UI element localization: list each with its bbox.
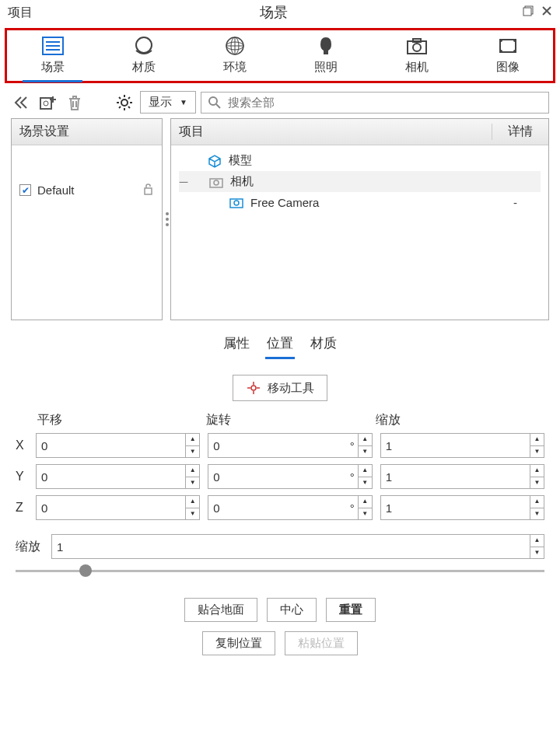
tab-lighting-label: 照明 <box>314 60 338 73</box>
property-subtabs: 属性 位置 材质 <box>0 320 560 364</box>
snap-ground-button[interactable]: 贴合地面 <box>184 598 257 622</box>
svg-line-28 <box>216 104 220 108</box>
display-dropdown-label: 显示 <box>149 95 172 110</box>
tab-material-label: 材质 <box>132 60 156 73</box>
tab-environment-label: 环境 <box>223 60 247 73</box>
scale-x-input[interactable]: 1▲▼ <box>380 433 544 458</box>
tab-lighting[interactable]: 照明 <box>280 32 371 81</box>
translate-header: 平移 <box>37 412 206 428</box>
tree-item-free-camera[interactable]: Free Camera - <box>179 192 541 212</box>
display-dropdown[interactable]: 显示 ▼ <box>140 91 196 114</box>
lighting-icon <box>313 35 339 58</box>
svg-rect-22 <box>40 98 51 109</box>
reset-button[interactable]: 重置 <box>326 598 376 622</box>
collapse-toggle[interactable]: ─ <box>179 175 188 188</box>
tab-camera-label: 相机 <box>405 60 429 73</box>
tab-material[interactable]: 材质 <box>98 32 189 81</box>
rotate-y-input[interactable]: 0°▲▼ <box>208 464 372 489</box>
translate-x-input[interactable]: 0▲▼ <box>36 433 200 458</box>
svg-point-8 <box>136 37 152 53</box>
material-icon <box>131 35 157 58</box>
resize-handle[interactable] <box>166 212 169 226</box>
axis-x-label: X <box>16 438 28 452</box>
scene-settings-panel: 场景设置 ✔ Default <box>11 118 163 320</box>
tree-item-model[interactable]: 模型 <box>179 150 541 171</box>
svg-rect-1 <box>523 8 531 16</box>
tab-environment[interactable]: 环境 <box>189 32 280 81</box>
svg-point-20 <box>499 50 502 53</box>
svg-point-26 <box>121 100 128 106</box>
scene-default-item[interactable]: ✔ Default <box>12 176 162 204</box>
image-icon <box>495 35 521 58</box>
move-tool-button[interactable]: 移动工具 <box>233 375 327 401</box>
svg-point-33 <box>234 201 239 205</box>
slider-thumb[interactable] <box>79 564 92 577</box>
model-icon <box>207 154 222 168</box>
scale-y-input[interactable]: 1▲▼ <box>380 464 544 489</box>
settings-icon[interactable] <box>114 92 135 114</box>
checkbox-icon[interactable]: ✔ <box>19 184 31 196</box>
translate-y-input[interactable]: 0▲▼ <box>36 464 200 489</box>
center-button[interactable]: 中心 <box>267 598 317 622</box>
copy-position-button[interactable]: 复制位置 <box>202 631 275 655</box>
camera-group-icon <box>208 175 224 189</box>
transform-section: 平移 旋转 缩放 X 0▲▼ 0°▲▼ 1▲▼ Y 0▲▼ 0°▲▼ 1▲▼ Z… <box>0 412 560 520</box>
restore-icon[interactable] <box>523 5 534 19</box>
scale-z-input[interactable]: 1▲▼ <box>380 495 544 520</box>
search-input[interactable] <box>228 96 542 109</box>
panel-title: 场景 <box>33 3 515 22</box>
svg-point-16 <box>413 44 421 51</box>
uniform-scale-label: 缩放 <box>16 539 40 555</box>
chevron-down-icon: ▼ <box>180 98 187 107</box>
uniform-scale-input[interactable]: 1▲▼ <box>51 534 544 559</box>
subtab-attributes[interactable]: 属性 <box>222 333 251 359</box>
project-tree-header: 项目 详情 <box>171 119 548 145</box>
svg-point-23 <box>44 101 48 106</box>
paste-position-button: 粘贴位置 <box>285 631 358 655</box>
search-icon <box>208 96 222 110</box>
rotate-x-input[interactable]: 0°▲▼ <box>208 433 372 458</box>
add-scene-icon[interactable] <box>37 92 59 114</box>
environment-icon <box>222 35 248 58</box>
tab-scene-label: 场景 <box>41 60 65 73</box>
project-tree: 模型 ─ 相机 Free Camera - <box>171 145 548 217</box>
svg-point-19 <box>513 39 516 42</box>
tab-image-label: 图像 <box>496 60 520 73</box>
tab-image[interactable]: 图像 <box>462 32 553 81</box>
rotate-header: 旋转 <box>206 412 375 428</box>
axis-y-label: Y <box>16 470 28 484</box>
svg-rect-17 <box>500 40 516 52</box>
translate-z-input[interactable]: 0▲▼ <box>36 495 200 520</box>
tab-camera[interactable]: 相机 <box>371 32 462 81</box>
subtab-material[interactable]: 材质 <box>309 333 338 359</box>
collapse-icon[interactable] <box>11 92 33 114</box>
delete-icon[interactable] <box>64 92 86 114</box>
toolbar: 显示 ▼ <box>0 86 560 118</box>
subtab-position[interactable]: 位置 <box>265 333 295 359</box>
lock-icon[interactable] <box>142 183 154 197</box>
scene-default-label: Default <box>37 183 75 197</box>
svg-point-21 <box>513 50 516 53</box>
rotate-z-input[interactable]: 0°▲▼ <box>208 495 372 520</box>
svg-point-27 <box>209 97 217 105</box>
axis-z-label: Z <box>16 501 28 515</box>
close-icon[interactable] <box>541 5 552 19</box>
scene-settings-header: 场景设置 <box>12 119 162 145</box>
camera-icon <box>404 35 430 58</box>
free-camera-icon <box>229 195 244 209</box>
tree-item-camera[interactable]: ─ 相机 <box>179 171 541 192</box>
svg-rect-29 <box>145 188 152 194</box>
svg-point-31 <box>214 180 219 185</box>
scene-icon <box>40 35 66 58</box>
search-box[interactable] <box>201 92 549 114</box>
project-label: 项目 <box>8 5 33 21</box>
tab-scene[interactable]: 场景 <box>7 32 98 81</box>
titlebar: 项目 场景 <box>0 0 560 25</box>
main-tabs: 场景 材质 环境 照明 相机 图像 <box>5 28 555 83</box>
svg-point-18 <box>499 39 502 42</box>
project-tree-panel: 项目 详情 模型 ─ 相机 Free Camera - <box>170 118 549 320</box>
uniform-scale-slider[interactable] <box>16 562 544 581</box>
move-tool-icon <box>246 380 261 396</box>
svg-point-34 <box>251 386 256 390</box>
scale-header: 缩放 <box>376 412 544 428</box>
